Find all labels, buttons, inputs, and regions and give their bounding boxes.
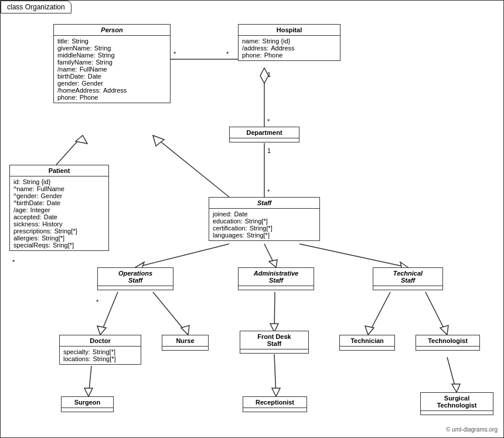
class-operations-staff-header: OperationsStaff <box>98 268 173 286</box>
class-surgical-technologist-body <box>421 411 493 415</box>
class-staff: Staff joined:Date education:String[*] ce… <box>209 197 320 241</box>
svg-line-22 <box>153 292 188 335</box>
class-nurse: Nurse <box>162 335 209 351</box>
svg-line-10 <box>56 135 83 165</box>
class-department: Department <box>229 127 299 142</box>
diagram-container: class Organization * * 1 * 1 * <box>0 0 504 438</box>
class-person-body: title:String givenName:String middleName… <box>54 36 170 103</box>
class-technical-staff-body <box>373 286 442 290</box>
svg-marker-21 <box>97 326 106 335</box>
svg-text:*: * <box>12 259 15 266</box>
svg-line-24 <box>274 292 275 332</box>
class-front-desk-staff-body <box>240 349 308 353</box>
class-doctor-header: Doctor <box>60 335 141 347</box>
svg-line-16 <box>264 244 276 267</box>
class-doctor-body: specialty:String[*] locations:String[*] <box>60 347 141 364</box>
svg-text:*: * <box>96 298 99 305</box>
class-receptionist: Receptionist <box>243 396 307 412</box>
svg-marker-17 <box>269 260 277 267</box>
svg-marker-13 <box>153 135 164 146</box>
class-front-desk-staff-header: Front DeskStaff <box>240 331 308 349</box>
diagram-title: class Organization <box>1 1 71 13</box>
copyright: © uml-diagrams.org <box>446 426 498 433</box>
class-technician-header: Technician <box>340 335 394 347</box>
svg-marker-4 <box>260 68 268 83</box>
svg-marker-35 <box>452 384 460 392</box>
svg-line-18 <box>299 244 408 267</box>
svg-line-30 <box>88 366 91 396</box>
svg-text:1: 1 <box>267 147 271 154</box>
class-surgeon-header: Surgeon <box>62 397 113 408</box>
svg-text:*: * <box>226 50 229 57</box>
svg-line-32 <box>274 354 276 396</box>
class-hospital-header: Hospital <box>239 25 340 36</box>
class-hospital: Hospital name:String {id} /address:Addre… <box>238 24 340 61</box>
class-nurse-header: Nurse <box>162 335 208 347</box>
svg-line-20 <box>100 292 118 335</box>
svg-line-34 <box>447 357 457 392</box>
svg-line-12 <box>153 135 229 197</box>
class-surgical-technologist-header: SurgicalTechnologist <box>421 393 493 411</box>
class-surgeon-body <box>62 408 113 412</box>
class-technologist: Technologist <box>416 335 480 351</box>
svg-line-26 <box>368 292 390 335</box>
class-patient-header: Patient <box>10 165 108 176</box>
svg-marker-27 <box>365 326 374 335</box>
class-department-header: Department <box>230 127 299 138</box>
class-surgeon: Surgeon <box>61 396 114 412</box>
class-surgical-technologist: SurgicalTechnologist <box>420 392 493 415</box>
svg-text:1: 1 <box>267 71 271 78</box>
class-technical-staff: TechnicalStaff <box>373 267 443 290</box>
class-front-desk-staff: Front DeskStaff <box>240 331 309 354</box>
class-patient-body: id:String {id} ^name:FullName ^gender:Ge… <box>10 176 108 250</box>
class-technologist-body <box>416 347 479 350</box>
svg-text:*: * <box>173 50 176 57</box>
svg-marker-23 <box>181 325 189 335</box>
svg-line-14 <box>135 244 229 267</box>
class-administrative-staff-body <box>239 286 314 290</box>
svg-marker-29 <box>440 325 448 335</box>
class-person-header: Person <box>54 25 170 36</box>
class-administrative-staff: AdministrativeStaff <box>238 267 314 290</box>
class-technical-staff-header: TechnicalStaff <box>373 268 442 286</box>
class-staff-header: Staff <box>209 198 319 209</box>
svg-line-28 <box>425 292 447 335</box>
class-department-body <box>230 138 299 142</box>
svg-marker-31 <box>84 388 93 396</box>
svg-text:*: * <box>267 188 270 195</box>
class-receptionist-header: Receptionist <box>243 397 307 408</box>
class-technician: Technician <box>339 335 395 351</box>
class-administrative-staff-header: AdministrativeStaff <box>239 268 314 286</box>
svg-text:*: * <box>267 118 270 125</box>
class-hospital-body: name:String {id} /address:Address phone:… <box>239 36 340 60</box>
class-technician-body <box>340 347 394 350</box>
class-doctor: Doctor specialty:String[*] locations:Str… <box>59 335 141 365</box>
class-person: Person title:String givenName:String mid… <box>53 24 171 103</box>
class-nurse-body <box>162 347 208 350</box>
class-staff-body: joined:Date education:String[*] certific… <box>209 209 319 240</box>
class-technologist-header: Technologist <box>416 335 479 347</box>
class-receptionist-body <box>243 408 307 412</box>
class-operations-staff-body <box>98 286 173 290</box>
class-patient: Patient id:String {id} ^name:FullName ^g… <box>9 165 109 251</box>
svg-marker-33 <box>272 388 280 396</box>
class-operations-staff: OperationsStaff <box>97 267 173 290</box>
svg-marker-11 <box>76 135 87 144</box>
